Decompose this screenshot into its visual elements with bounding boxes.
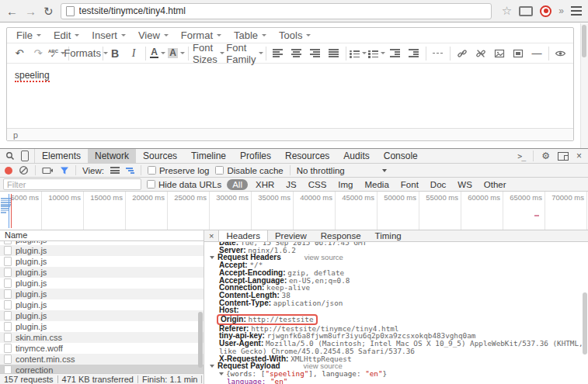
section-header[interactable]: Request Headersview source — [208, 254, 588, 261]
align-center-icon[interactable] — [287, 46, 306, 61]
view-source-link[interactable]: view source — [304, 254, 343, 261]
filter-type-doc[interactable]: Doc — [426, 180, 450, 189]
cast-icon[interactable] — [519, 6, 533, 16]
detail-tab-response[interactable]: Response — [314, 230, 368, 241]
page-break-icon[interactable] — [429, 46, 447, 61]
bold-button[interactable]: B — [106, 46, 124, 61]
checkbox-icon[interactable] — [215, 166, 224, 175]
scrollbar-thumb[interactable] — [583, 292, 587, 355]
tab-audits[interactable]: Audits — [336, 149, 376, 163]
extensions-overflow-icon[interactable]: » — [558, 5, 564, 16]
devtools-close-icon[interactable]: × — [576, 150, 582, 161]
request-row[interactable]: skin.min.css — [0, 332, 204, 343]
filter-type-js[interactable]: JS — [282, 180, 300, 189]
filter-input[interactable] — [3, 178, 141, 190]
chrome-menu-icon[interactable] — [571, 6, 582, 16]
large-rows-icon[interactable] — [110, 166, 120, 175]
request-row[interactable]: plugin.js — [0, 245, 204, 256]
checkbox-icon[interactable] — [147, 180, 155, 189]
device-mode-icon[interactable] — [21, 150, 29, 161]
menu-view[interactable]: View — [132, 29, 175, 42]
tab-console[interactable]: Console — [377, 149, 425, 163]
undo-icon[interactable]: ↶ — [10, 46, 29, 61]
address-bar[interactable]: testsite/tinymce/tiny4.html — [61, 3, 492, 19]
screenshot-camera-icon[interactable] — [42, 166, 54, 175]
request-row[interactable]: plugin.js — [0, 289, 204, 299]
waterfall-timeline-icon[interactable] — [126, 167, 134, 175]
forward-icon[interactable]: → — [25, 5, 37, 17]
align-left-icon[interactable] — [269, 46, 287, 61]
request-row[interactable]: plugin.js — [0, 278, 204, 289]
dock-side-icon[interactable] — [558, 152, 569, 161]
insert-image-icon[interactable] — [490, 46, 509, 61]
filter-type-xhr[interactable]: XHR — [252, 180, 278, 189]
filter-type-media[interactable]: Media — [361, 180, 393, 189]
settings-gear-icon[interactable]: ⚙ — [541, 150, 550, 161]
filter-type-other[interactable]: Other — [480, 180, 510, 189]
filter-type-ws[interactable]: WS — [454, 180, 476, 189]
preserve-log-checkbox[interactable]: Preserve log — [148, 166, 210, 175]
filter-funnel-icon[interactable] — [60, 166, 69, 175]
request-row[interactable]: plugin.js — [0, 299, 204, 310]
menu-insert[interactable]: Insert — [85, 29, 132, 42]
menu-format[interactable]: Format — [175, 29, 228, 42]
network-overview-timeline[interactable]: 5000 ms10000 ms15000 ms20000 ms25000 ms3… — [0, 192, 588, 230]
request-row[interactable]: plugin.js — [0, 321, 204, 332]
inspect-search-icon[interactable] — [5, 151, 15, 161]
insert-link-icon[interactable] — [453, 46, 471, 61]
remove-link-icon[interactable] — [471, 46, 490, 61]
insert-media-icon[interactable] — [509, 46, 527, 61]
horizontal-rule-icon[interactable]: — — [527, 46, 546, 61]
tab-sources[interactable]: Sources — [136, 149, 184, 163]
indent-icon[interactable] — [405, 46, 423, 61]
numbered-list-button[interactable] — [367, 46, 386, 61]
filter-type-all[interactable]: All — [227, 179, 248, 190]
console-drawer-icon[interactable]: >_ — [517, 152, 525, 161]
font-family-dropdown[interactable]: Font Family — [226, 46, 263, 61]
align-right-icon[interactable] — [306, 46, 325, 61]
tab-profiles[interactable]: Profiles — [233, 149, 278, 163]
record-network-icon[interactable] — [5, 167, 12, 175]
align-justify-icon[interactable] — [325, 46, 343, 61]
request-row[interactable]: content.min.css — [0, 354, 204, 365]
scrollbar-thumb[interactable] — [582, 25, 586, 57]
element-path[interactable]: p — [13, 130, 18, 140]
formats-dropdown[interactable]: Formats — [71, 46, 100, 61]
request-row[interactable]: plugin.js — [0, 267, 204, 278]
reload-icon[interactable]: ↻ — [43, 5, 54, 17]
italic-button[interactable]: I — [124, 46, 143, 61]
url-text[interactable]: testsite/tinymce/tiny4.html — [79, 5, 186, 16]
detail-tab-timing[interactable]: Timing — [368, 230, 409, 241]
hide-data-urls-checkbox[interactable]: Hide data URLs — [147, 180, 221, 189]
close-detail-icon[interactable]: × — [204, 230, 218, 241]
background-color-button[interactable]: A — [167, 46, 186, 61]
tab-elements[interactable]: Elements — [35, 149, 88, 163]
record-extension-icon[interactable] — [540, 5, 551, 17]
detail-tab-headers[interactable]: Headers — [218, 230, 267, 241]
filter-type-css[interactable]: CSS — [304, 180, 331, 189]
checkbox-icon[interactable] — [148, 166, 156, 175]
preview-eye-icon[interactable] — [551, 46, 570, 61]
menu-tools[interactable]: Tools — [273, 29, 317, 42]
menu-edit[interactable]: Edit — [47, 29, 85, 42]
detail-tab-preview[interactable]: Preview — [268, 230, 314, 241]
throttling-dropdown[interactable]: No throttling — [297, 166, 387, 175]
filter-type-img[interactable]: Img — [334, 180, 357, 189]
request-row[interactable]: plugin.js — [0, 256, 204, 267]
clear-icon[interactable] — [19, 165, 29, 175]
name-column-header[interactable]: Name — [0, 230, 204, 241]
bookmark-star-icon[interactable]: ☆ — [502, 4, 512, 18]
bullet-list-button[interactable] — [349, 46, 367, 61]
misspelled-word[interactable]: speeling — [15, 70, 50, 82]
request-row[interactable]: tinymce.woff — [0, 343, 204, 354]
menu-table[interactable]: Table — [228, 29, 273, 42]
tab-network[interactable]: Network — [88, 149, 136, 163]
text-color-button[interactable]: A — [148, 46, 167, 61]
request-row[interactable]: plugin.js — [0, 310, 204, 321]
menu-file[interactable]: File — [10, 29, 47, 42]
scrollbar-thumb[interactable] — [198, 312, 203, 368]
disable-cache-checkbox[interactable]: Disable cache — [215, 166, 283, 175]
font-sizes-dropdown[interactable]: Font Sizes — [191, 46, 226, 61]
redo-icon[interactable]: ↷ — [29, 46, 47, 61]
editor-content-area[interactable]: speeling — [7, 64, 573, 128]
